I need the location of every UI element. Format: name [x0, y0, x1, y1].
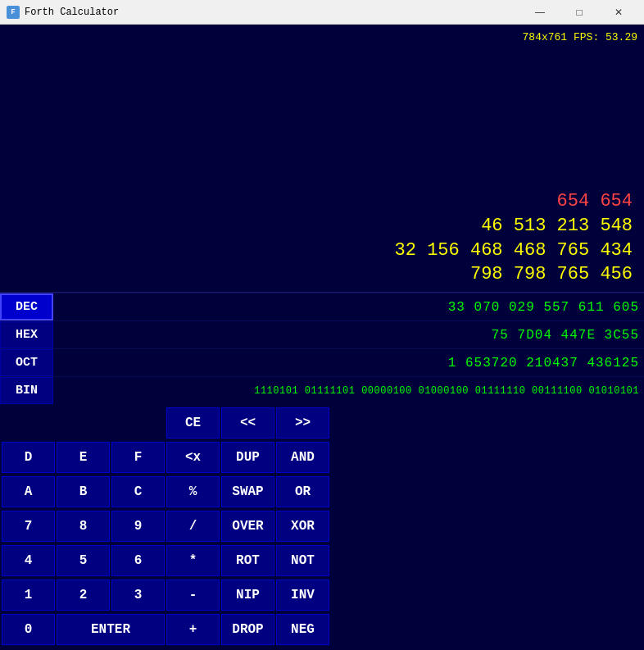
or-button[interactable]: OR [276, 476, 329, 507]
oct-row: OCT 1 653720 210437 436125 [0, 348, 644, 376]
stack-row-3: 32 156 468 468 765 434 [8, 239, 636, 263]
c-button[interactable]: C [111, 476, 165, 507]
stack-row-1: 654 654 [8, 189, 636, 214]
not-button[interactable]: NOT [276, 545, 329, 576]
d-button[interactable]: D [2, 442, 55, 473]
maximize-button[interactable]: □ [560, 0, 598, 25]
add-button[interactable]: + [166, 614, 220, 645]
dec-row: DEC 33 070 029 557 611 605 [0, 293, 644, 320]
backspace-button[interactable]: <x [166, 442, 220, 473]
xor-button[interactable]: XOR [276, 511, 329, 542]
b-button[interactable]: B [57, 476, 110, 507]
ce-button[interactable]: CE [166, 407, 220, 439]
minimize-button[interactable]: — [521, 0, 559, 25]
calculator-body: 784x761 FPS: 53.29 654 654 46 513 213 54… [0, 25, 644, 650]
over-button[interactable]: OVER [221, 511, 274, 542]
titlebar: F Forth Calculator — □ ✕ [0, 0, 644, 25]
2-button[interactable]: 2 [57, 580, 110, 611]
hex-label[interactable]: HEX [0, 321, 53, 348]
enter-button[interactable]: ENTER [57, 614, 165, 645]
0-button[interactable]: 0 [2, 614, 55, 645]
hex-value: 75 7D04 447E 3C55 [53, 328, 644, 343]
div-button[interactable]: / [166, 511, 220, 542]
inv-button[interactable]: INV [276, 580, 329, 611]
nip-button[interactable]: NIP [221, 580, 274, 611]
7-button[interactable]: 7 [2, 511, 55, 542]
swap-button[interactable]: SWAP [221, 476, 274, 507]
6-button[interactable]: 6 [111, 545, 165, 576]
3-button[interactable]: 3 [111, 580, 165, 611]
e-button[interactable]: E [57, 442, 110, 473]
dec-value: 33 070 029 557 611 605 [53, 300, 644, 315]
fps-display: 784x761 FPS: 53.29 [523, 31, 637, 43]
stack-area: 654 654 46 513 213 548 32 156 468 468 76… [0, 25, 644, 287]
stack-row-2: 46 513 213 548 [8, 214, 636, 239]
shift-right-button[interactable]: >> [276, 407, 329, 439]
oct-label[interactable]: OCT [0, 349, 53, 376]
oct-value: 1 653720 210437 436125 [53, 356, 644, 370]
bin-value: 1110101 01111101 00000100 01000100 01111… [53, 385, 644, 397]
bin-row: BIN 1110101 01111101 00000100 01000100 0… [0, 376, 644, 404]
1-button[interactable]: 1 [2, 580, 55, 611]
a-button[interactable]: A [2, 476, 55, 507]
bin-label[interactable]: BIN [0, 377, 53, 404]
mul-button[interactable]: * [166, 545, 220, 576]
dec-label[interactable]: DEC [0, 293, 53, 320]
8-button[interactable]: 8 [57, 511, 110, 542]
dup-button[interactable]: DUP [221, 442, 274, 473]
sub-button[interactable]: - [166, 580, 220, 611]
mod-button[interactable]: % [166, 476, 220, 507]
hex-row: HEX 75 7D04 447E 3C55 [0, 320, 644, 348]
base-section: DEC 33 070 029 557 611 605 HEX 75 7D04 4… [0, 293, 644, 404]
rot-button[interactable]: ROT [221, 545, 274, 576]
drop-button[interactable]: DROP [221, 614, 274, 645]
f-button[interactable]: F [111, 442, 165, 473]
4-button[interactable]: 4 [2, 545, 55, 576]
neg-button[interactable]: NEG [276, 614, 329, 645]
5-button[interactable]: 5 [57, 545, 110, 576]
and-button[interactable]: AND [276, 442, 329, 473]
close-button[interactable]: ✕ [600, 0, 637, 25]
app-icon: F [7, 6, 20, 19]
9-button[interactable]: 9 [111, 511, 165, 542]
button-area: CE << >> D E F <x DUP AND A B C % SWAP O… [0, 404, 644, 650]
window-controls: — □ ✕ [521, 0, 637, 25]
shift-left-button[interactable]: << [221, 407, 274, 439]
stack-row-4: 798 798 765 456 [8, 262, 636, 287]
app-title: Forth Calculator [25, 7, 521, 18]
